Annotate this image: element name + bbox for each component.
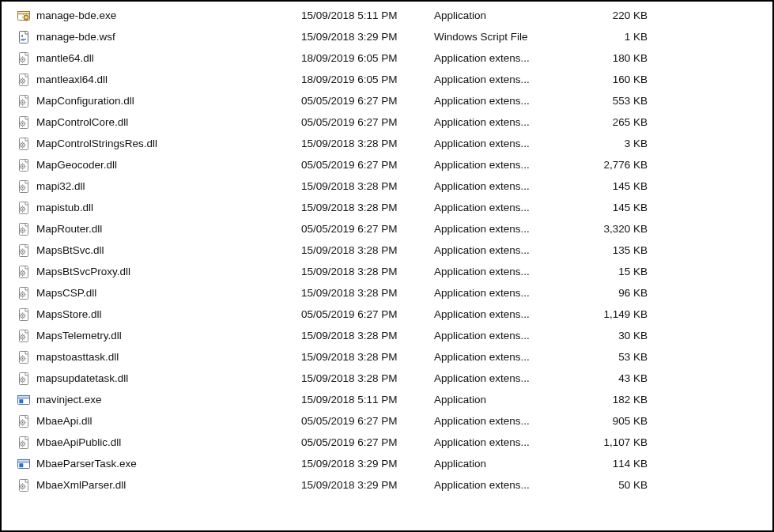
file-name[interactable]: MbaeApi.dll — [32, 415, 301, 427]
file-type: Windows Script File — [434, 31, 580, 43]
file-date-modified: 15/09/2018 3:29 PM — [301, 458, 434, 470]
dll-file-icon — [17, 266, 30, 278]
file-icon — [16, 457, 32, 471]
file-icon — [16, 94, 32, 108]
file-name[interactable]: mapstoasttask.dll — [32, 351, 301, 363]
file-type: Application extens... — [434, 351, 580, 363]
file-row[interactable]: mavinject.exe15/09/2018 5:11 PMApplicati… — [2, 389, 772, 410]
file-size: 135 KB — [580, 244, 652, 256]
file-icon — [16, 393, 32, 407]
file-date-modified: 15/09/2018 3:29 PM — [301, 479, 434, 491]
file-row[interactable]: MapsTelemetry.dll15/09/2018 3:28 PMAppli… — [2, 325, 772, 346]
dll-file-icon — [17, 180, 30, 193]
file-name[interactable]: mavinject.exe — [32, 394, 301, 406]
file-row[interactable]: manage-bde.exe15/09/2018 5:11 PMApplicat… — [2, 5, 772, 26]
svg-point-67 — [22, 485, 24, 487]
file-name[interactable]: mapsupdatetask.dll — [32, 372, 301, 384]
file-size: 50 KB — [580, 479, 652, 491]
file-date-modified: 05/05/2019 6:27 PM — [301, 116, 434, 128]
svg-rect-55 — [19, 399, 23, 403]
file-row[interactable]: MapsStore.dll05/05/2019 6:27 PMApplicati… — [2, 304, 772, 325]
svg-rect-63 — [18, 459, 30, 462]
file-date-modified: 15/09/2018 3:29 PM — [301, 31, 434, 43]
file-icon — [16, 137, 32, 151]
file-size: 1,149 KB — [580, 308, 652, 320]
file-name[interactable]: mapi32.dll — [32, 180, 301, 192]
file-name[interactable]: MapsTelemetry.dll — [32, 330, 301, 341]
svg-point-7 — [22, 58, 24, 60]
file-date-modified: 15/09/2018 3:28 PM — [301, 351, 434, 363]
file-date-modified: 05/05/2019 6:27 PM — [301, 436, 434, 448]
file-icon — [16, 30, 32, 44]
file-row[interactable]: mantleaxl64.dll18/09/2019 6:05 PMApplica… — [2, 69, 772, 90]
file-name[interactable]: MapsBtSvcProxy.dll — [32, 266, 301, 277]
svg-rect-1 — [18, 11, 30, 13]
file-size: 30 KB — [580, 330, 652, 341]
file-name[interactable]: mantleaxl64.dll — [32, 74, 301, 85]
file-name[interactable]: MapControlCore.dll — [32, 116, 301, 128]
file-row[interactable]: mantle64.dll18/09/2019 6:05 PMApplicatio… — [2, 47, 772, 69]
file-name[interactable]: MapsStore.dll — [32, 308, 301, 320]
dll-file-icon — [17, 415, 30, 428]
file-name[interactable]: mapistub.dll — [32, 202, 301, 213]
file-icon — [16, 350, 32, 364]
file-name[interactable]: MapControlStringsRes.dll — [32, 138, 301, 149]
svg-point-46 — [22, 336, 24, 338]
file-type: Application extens... — [434, 95, 580, 107]
file-row[interactable]: MapConfiguration.dll05/05/2019 6:27 PMAp… — [2, 90, 772, 111]
file-date-modified: 15/09/2018 5:11 PM — [301, 9, 434, 21]
file-row[interactable]: mapsupdatetask.dll15/09/2018 3:28 PMAppl… — [2, 368, 772, 389]
file-name[interactable]: manage-bde.wsf — [32, 31, 301, 43]
file-size: 180 KB — [580, 52, 652, 64]
svg-point-3 — [25, 17, 27, 18]
file-name[interactable]: MbaeParserTask.exe — [32, 458, 301, 470]
file-type: Application extens... — [434, 287, 580, 299]
file-name[interactable]: MbaeXmlParser.dll — [32, 479, 301, 491]
file-row[interactable]: MapControlStringsRes.dll15/09/2018 3:28 … — [2, 133, 772, 154]
file-name[interactable]: MbaeApiPublic.dll — [32, 436, 301, 448]
file-name[interactable]: manage-bde.exe — [32, 9, 301, 21]
file-row[interactable]: MapGeocoder.dll05/05/2019 6:27 PMApplica… — [2, 154, 772, 175]
file-name[interactable]: mantle64.dll — [32, 52, 301, 64]
file-icon — [16, 329, 32, 343]
file-row[interactable]: MapsCSP.dll15/09/2018 3:28 PMApplication… — [2, 282, 772, 304]
file-row[interactable]: MbaeParserTask.exe15/09/2018 3:29 PMAppl… — [2, 453, 772, 474]
file-list-view[interactable]: manage-bde.exe15/09/2018 5:11 PMApplicat… — [0, 0, 774, 532]
file-row[interactable]: MapsBtSvc.dll15/09/2018 3:28 PMApplicati… — [2, 240, 772, 261]
file-type: Application — [434, 394, 580, 406]
file-date-modified: 15/09/2018 3:28 PM — [301, 330, 434, 341]
dll-file-icon — [17, 95, 30, 108]
svg-point-10 — [22, 80, 24, 81]
file-row[interactable]: MapRouter.dll05/05/2019 6:27 PMApplicati… — [2, 218, 772, 240]
file-row[interactable]: manage-bde.wsf15/09/2018 3:29 PMWindows … — [2, 26, 772, 47]
file-name[interactable]: MapsBtSvc.dll — [32, 244, 301, 256]
file-row[interactable]: mapi32.dll15/09/2018 3:28 PMApplication … — [2, 175, 772, 197]
svg-point-22 — [22, 165, 24, 167]
file-row[interactable]: mapstoasttask.dll15/09/2018 3:28 PMAppli… — [2, 346, 772, 368]
file-name[interactable]: MapRouter.dll — [32, 223, 301, 235]
file-row[interactable]: MapControlCore.dll05/05/2019 6:27 PMAppl… — [2, 111, 772, 133]
file-row[interactable]: mapistub.dll15/09/2018 3:28 PMApplicatio… — [2, 197, 772, 218]
file-size: 3 KB — [580, 138, 652, 149]
dll-file-icon — [17, 308, 30, 321]
file-type: Application extens... — [434, 479, 580, 491]
file-name[interactable]: MapConfiguration.dll — [32, 95, 301, 107]
file-name[interactable]: MapGeocoder.dll — [32, 159, 301, 171]
dll-file-icon — [17, 202, 30, 214]
svg-point-13 — [22, 101, 24, 103]
file-row[interactable]: MbaeXmlParser.dll15/09/2018 3:29 PMAppli… — [2, 474, 772, 496]
file-type: Application extens... — [434, 202, 580, 213]
dll-file-icon — [17, 330, 30, 342]
file-row[interactable]: MbaeApi.dll05/05/2019 6:27 PMApplication… — [2, 410, 772, 432]
file-type: Application extens... — [434, 116, 580, 128]
svg-point-31 — [22, 229, 24, 231]
file-icon — [16, 73, 32, 87]
dll-file-icon — [17, 436, 30, 449]
file-type: Application extens... — [434, 138, 580, 149]
file-name[interactable]: MapsCSP.dll — [32, 287, 301, 299]
svg-point-37 — [22, 272, 24, 274]
file-row[interactable]: MapsBtSvcProxy.dll15/09/2018 3:28 PMAppl… — [2, 261, 772, 282]
file-row[interactable]: MbaeApiPublic.dll05/05/2019 6:27 PMAppli… — [2, 432, 772, 453]
file-size: 114 KB — [580, 458, 652, 470]
file-icon — [16, 414, 32, 428]
